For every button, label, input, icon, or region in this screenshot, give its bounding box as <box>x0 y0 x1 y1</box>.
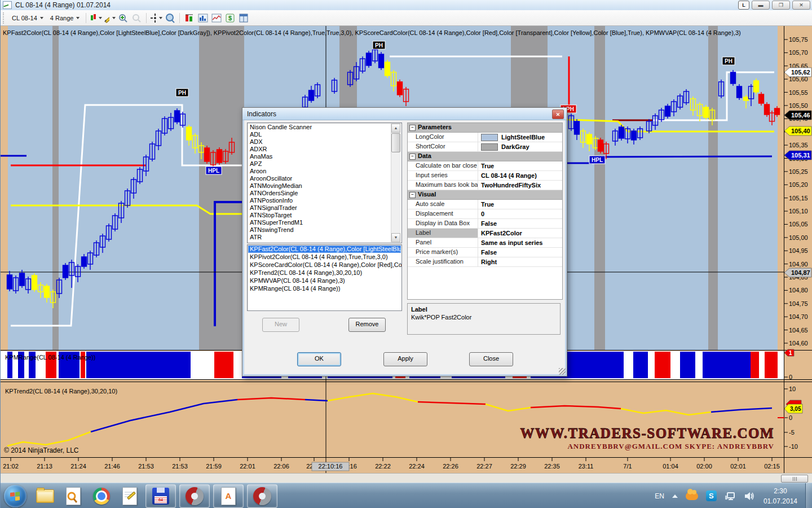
available-indicator-item[interactable]: ATNStopTarget <box>248 212 391 219</box>
property-row[interactable]: Calculate on bar closeTrue <box>408 161 562 171</box>
property-group-header[interactable]: −Visual <box>408 190 562 200</box>
resize-grip[interactable] <box>559 368 566 375</box>
available-indicator-item[interactable]: Aroon <box>248 168 391 175</box>
chart-scroll-thumb[interactable] <box>781 475 808 483</box>
language-indicator[interactable]: EN <box>655 492 664 500</box>
taskbar-app-ninjatrader-2[interactable] <box>247 484 277 508</box>
configured-indicator-item[interactable]: KPFast2Color(CL 08-14 (4 Range),Color [L… <box>248 246 401 253</box>
configured-indicator-item[interactable]: KPMWVAP(CL 08-14 (4 Range),3) <box>248 277 401 284</box>
collapse-icon[interactable]: − <box>409 154 416 160</box>
mini-chart-button[interactable] <box>210 12 223 24</box>
tray-network-button[interactable] <box>725 491 736 501</box>
property-group-header[interactable]: −Parameters <box>408 123 562 133</box>
new-button[interactable]: New <box>262 318 299 332</box>
drawing-tools-button[interactable] <box>103 12 116 24</box>
data-series-button[interactable] <box>183 12 196 24</box>
property-value[interactable]: KPFast2Color <box>478 229 562 238</box>
available-indicator-item[interactable]: AnaMas <box>248 153 391 160</box>
tray-skype-button[interactable]: S <box>706 491 717 501</box>
property-value[interactable]: Right <box>478 257 562 266</box>
tray-clock[interactable]: 2:30 01.07.2014 <box>764 486 797 506</box>
configured-indicator-item[interactable]: KPTrend2(CL 08-14 (4 Range),30,20,10) <box>248 269 401 277</box>
available-indicator-item[interactable]: ATR <box>248 234 391 241</box>
taskbar-app-ninjatrader-1[interactable] <box>179 484 210 508</box>
property-value[interactable]: True <box>478 161 562 170</box>
available-indicator-item[interactable]: ATNPostionInfo <box>248 197 391 204</box>
indicator-property-grid[interactable]: −ParametersLongColorLightSteelBlueShortC… <box>407 122 563 300</box>
remove-button[interactable]: Remove <box>348 318 386 332</box>
available-indicator-item[interactable]: Nison Candle Scanner <box>248 124 391 131</box>
zoom-out-button[interactable] <box>130 12 143 24</box>
property-value[interactable]: False <box>478 248 562 257</box>
property-row[interactable]: LabelKPFast2Color <box>408 229 562 238</box>
available-indicator-item[interactable]: ATNSuperTrendM1 <box>248 219 391 226</box>
available-indicator-item[interactable]: ADL <box>248 131 391 138</box>
list-scrollbar[interactable]: ▲ ▼ <box>391 124 401 242</box>
collapse-icon[interactable]: − <box>409 125 416 131</box>
instrument-dropdown[interactable]: CL 08-14 <box>8 13 47 23</box>
property-row[interactable]: Price marker(s)False <box>408 248 562 257</box>
ok-button[interactable]: OK <box>297 352 341 366</box>
zoom-in-button[interactable] <box>117 12 129 24</box>
chart-trader-button[interactable]: $ <box>224 12 236 24</box>
toolbar-grip[interactable] <box>3 12 6 24</box>
property-row[interactable]: PanelSame as input series <box>408 238 562 248</box>
tray-expand-button[interactable] <box>672 494 678 498</box>
configured-indicator-item[interactable]: KPScoreCardColor(CL 08-14 (4 Range),Colo… <box>248 261 401 269</box>
scroll-up-icon[interactable]: ▲ <box>391 124 400 133</box>
taskbar-app-writer[interactable]: A <box>213 484 244 508</box>
property-value[interactable]: DarkGray <box>478 142 562 151</box>
available-indicator-item[interactable]: ATNOrdersSingle <box>248 190 391 197</box>
close-button[interactable]: ✕ <box>792 1 810 10</box>
configured-indicators-list[interactable]: KPFast2Color(CL 08-14 (4 Range),Color [L… <box>247 244 402 311</box>
scrollbar-thumb[interactable] <box>391 133 400 152</box>
show-desktop-button[interactable] <box>805 483 812 508</box>
collapse-icon[interactable]: − <box>409 192 416 198</box>
available-indicators-list[interactable]: Nison Candle ScannerADLADXADXRAnaMasAPZA… <box>247 122 402 243</box>
apply-button[interactable]: Apply <box>383 352 427 366</box>
taskbar-explorer-button[interactable] <box>34 485 56 507</box>
dialog-titlebar[interactable]: Indicators ✕ <box>242 108 567 120</box>
configured-indicator-item[interactable]: KPMRange(CL 08-14 (4 Range)) <box>248 285 401 292</box>
restore-button[interactable]: ❐ <box>772 1 790 10</box>
property-value[interactable]: 0 <box>478 209 562 218</box>
link-button[interactable]: L <box>738 1 749 10</box>
property-value[interactable]: TwoHundredFiftySix <box>478 181 562 190</box>
property-row[interactable]: Display in Data BoxFalse <box>408 219 562 229</box>
cursor-mode-button[interactable] <box>150 12 162 24</box>
available-indicator-item[interactable]: AroonOscillator <box>248 175 391 182</box>
property-value[interactable]: CL 08-14 (4 Range) <box>478 171 562 180</box>
available-indicator-item[interactable]: ADX <box>248 138 391 146</box>
property-row[interactable]: Displacement0 <box>408 209 562 219</box>
minimize-button[interactable]: ▬ <box>752 1 770 10</box>
property-row[interactable]: Auto scaleTrue <box>408 200 562 209</box>
tray-cloud-button[interactable] <box>686 492 698 500</box>
properties-button[interactable] <box>237 12 250 24</box>
scroll-down-icon[interactable]: ▼ <box>391 233 400 242</box>
property-row[interactable]: Scale justificationRight <box>408 257 562 267</box>
taskbar-app-floppy[interactable]: 64 <box>145 484 176 508</box>
available-indicator-item[interactable]: ATNSignalTrader <box>248 204 391 212</box>
taskbar-search-button[interactable] <box>62 485 85 507</box>
property-row[interactable]: Maximum bars look bacTwoHundredFiftySix <box>408 181 562 190</box>
property-value[interactable]: LightSteelBlue <box>478 133 562 142</box>
property-value[interactable]: False <box>478 219 562 228</box>
property-value[interactable]: Same as input series <box>478 238 562 247</box>
window-titlebar[interactable]: CL 08-14 (4 Range) 01.07.2014 L ▬ ❐ ✕ <box>1 0 812 11</box>
available-indicator-item[interactable]: ATNswingTrend <box>248 226 391 234</box>
taskbar-notepad-button[interactable] <box>118 485 141 507</box>
dialog-close-button[interactable]: ✕ <box>552 110 564 119</box>
magnify-button[interactable] <box>164 12 176 24</box>
start-button[interactable] <box>4 485 27 507</box>
property-row[interactable]: ShortColorDarkGray <box>408 142 562 152</box>
property-group-header[interactable]: −Data <box>408 152 562 161</box>
tray-volume-button[interactable] <box>744 491 755 501</box>
available-indicator-item[interactable]: ADXR <box>248 146 391 153</box>
close-dialog-button[interactable]: Close <box>469 352 513 366</box>
indicators-button[interactable] <box>197 12 209 24</box>
available-indicator-item[interactable]: ATNMovingMedian <box>248 182 391 190</box>
property-row[interactable]: Input seriesCL 08-14 (4 Range) <box>408 171 562 181</box>
taskbar-chrome-button[interactable] <box>90 485 113 507</box>
chart-style-button[interactable] <box>90 12 102 24</box>
configured-indicator-item[interactable]: KPPivot2Color(CL 08-14 (4 Range),True,Tr… <box>248 253 401 261</box>
